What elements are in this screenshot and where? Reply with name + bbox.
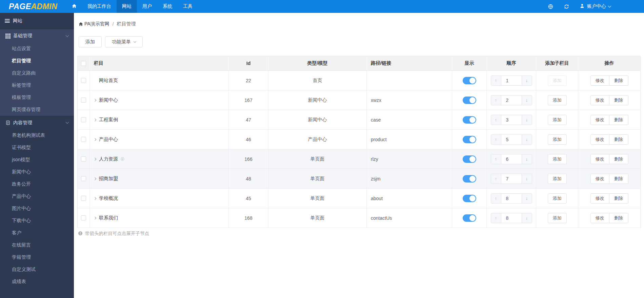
expand-arrow-icon[interactable] — [94, 158, 99, 160]
select-all-checkbox[interactable] — [81, 61, 86, 66]
order-down-button[interactable]: ↓ — [522, 213, 532, 223]
sidebar-item[interactable]: 自定义路由 — [0, 67, 74, 79]
order-input[interactable] — [501, 95, 522, 105]
sidebar-title[interactable]: 网站 — [0, 13, 74, 29]
order-down-button[interactable]: ↓ — [522, 115, 532, 125]
order-up-button[interactable]: ↑ — [491, 154, 501, 164]
sidebar-item[interactable]: 模板管理 — [0, 91, 74, 104]
sidebar-item[interactable]: 新闻中心 — [0, 166, 74, 178]
add-button[interactable]: 添加 — [79, 36, 102, 47]
order-input[interactable] — [501, 213, 522, 223]
order-input[interactable] — [501, 154, 522, 164]
sidebar-item[interactable]: 学籍管理 — [0, 251, 74, 263]
visibility-toggle[interactable] — [463, 136, 476, 143]
edit-button[interactable]: 修改 — [590, 76, 609, 86]
order-input[interactable] — [501, 174, 522, 184]
column-name-cell[interactable]: 人力资源 — [90, 149, 229, 169]
order-down-button[interactable]: ↓ — [522, 154, 532, 164]
edit-button[interactable]: 修改 — [590, 134, 609, 145]
app-logo[interactable]: PAGEADMIN — [0, 0, 66, 13]
nav-item[interactable]: 用户 — [137, 0, 157, 13]
sidebar-section-header[interactable]: 内容管理 — [0, 116, 74, 129]
order-input[interactable] — [501, 194, 522, 203]
globe-icon[interactable] — [548, 4, 554, 9]
sidebar-item[interactable]: 产品中心 — [0, 190, 74, 203]
add-child-button[interactable]: 添加 — [548, 115, 567, 125]
order-up-button[interactable]: ↑ — [491, 76, 501, 85]
nav-item[interactable]: 系统 — [157, 0, 178, 13]
expand-arrow-icon[interactable] — [94, 178, 99, 180]
visibility-toggle[interactable] — [463, 195, 476, 202]
row-checkbox[interactable] — [81, 156, 86, 162]
sidebar-section-header[interactable]: 基础管理 — [0, 29, 74, 43]
row-checkbox[interactable] — [81, 196, 86, 201]
order-up-button[interactable]: ↑ — [491, 213, 501, 223]
order-up-button[interactable]: ↑ — [491, 95, 501, 105]
visibility-toggle[interactable] — [463, 214, 476, 222]
order-down-button[interactable]: ↓ — [522, 194, 532, 203]
account-menu[interactable]: 账户中心 — [580, 3, 611, 9]
delete-button[interactable]: 删除 — [609, 95, 628, 105]
sidebar-item[interactable]: 在线留言 — [0, 239, 74, 251]
refresh-icon[interactable] — [564, 4, 569, 9]
order-input[interactable] — [501, 115, 522, 125]
row-checkbox[interactable] — [81, 78, 86, 83]
add-child-button[interactable]: 添加 — [548, 76, 567, 86]
order-down-button[interactable]: ↓ — [522, 135, 532, 144]
visibility-toggle[interactable] — [463, 116, 476, 124]
order-down-button[interactable]: ↓ — [522, 76, 532, 85]
row-checkbox[interactable] — [81, 137, 86, 142]
order-down-button[interactable]: ↓ — [522, 174, 532, 184]
nav-item[interactable]: 网站 — [117, 0, 137, 13]
home-tab[interactable] — [66, 0, 82, 13]
row-checkbox[interactable] — [81, 215, 86, 220]
sidebar-item[interactable]: 图片中心 — [0, 203, 74, 215]
delete-button[interactable]: 删除 — [609, 193, 628, 204]
function-menu-button[interactable]: 功能菜单 — [105, 36, 143, 47]
edit-button[interactable]: 修改 — [590, 115, 609, 125]
order-up-button[interactable]: ↑ — [491, 115, 501, 125]
nav-item[interactable]: 我的工作台 — [82, 0, 117, 13]
sidebar-item[interactable]: 标签管理 — [0, 79, 74, 91]
edit-button[interactable]: 修改 — [590, 174, 609, 184]
order-up-button[interactable]: ↑ — [491, 194, 501, 203]
sidebar-item[interactable]: 自定义测试 — [0, 263, 74, 276]
order-up-button[interactable]: ↑ — [491, 135, 501, 144]
add-child-button[interactable]: 添加 — [548, 193, 567, 204]
sidebar-item[interactable]: 证书模型 — [0, 142, 74, 154]
row-checkbox[interactable] — [81, 117, 86, 122]
order-down-button[interactable]: ↓ — [522, 95, 532, 105]
column-name-cell[interactable]: 新闻中心 — [90, 90, 229, 110]
sidebar-item[interactable]: 下载中心 — [0, 215, 74, 227]
sidebar-item[interactable]: 养老机构测试表 — [0, 129, 74, 142]
visibility-toggle[interactable] — [463, 175, 476, 183]
edit-button[interactable]: 修改 — [590, 95, 609, 105]
delete-button[interactable]: 删除 — [609, 134, 628, 145]
column-name-cell[interactable]: 网站首页 — [90, 71, 229, 90]
delete-button[interactable]: 删除 — [609, 115, 628, 125]
column-name-cell[interactable]: 招商加盟 — [90, 169, 229, 188]
sidebar-item[interactable]: 站点设置 — [0, 43, 74, 55]
sidebar-item[interactable]: 客户 — [0, 227, 74, 239]
delete-button[interactable]: 删除 — [609, 76, 628, 86]
add-child-button[interactable]: 添加 — [548, 154, 567, 164]
sidebar-item[interactable]: 成绩表 — [0, 276, 74, 288]
column-name-cell[interactable]: 学校概况 — [90, 189, 229, 208]
add-child-button[interactable]: 添加 — [548, 134, 567, 145]
order-input[interactable] — [501, 76, 522, 85]
add-child-button[interactable]: 添加 — [548, 174, 567, 184]
breadcrumb-site[interactable]: PA演示官网 — [84, 21, 109, 27]
sidebar-item[interactable]: json模型 — [0, 154, 74, 166]
expand-arrow-icon[interactable] — [94, 217, 99, 219]
edit-button[interactable]: 修改 — [590, 154, 609, 164]
sidebar-item[interactable]: 网页缓存管理 — [0, 104, 74, 116]
row-checkbox[interactable] — [81, 176, 86, 181]
delete-button[interactable]: 删除 — [609, 154, 628, 164]
visibility-toggle[interactable] — [463, 97, 476, 104]
add-child-button[interactable]: 添加 — [548, 95, 567, 105]
sidebar-item[interactable]: 政务公开 — [0, 178, 74, 190]
delete-button[interactable]: 删除 — [609, 213, 628, 223]
expand-arrow-icon[interactable] — [94, 139, 99, 141]
column-name-cell[interactable]: 产品中心 — [90, 130, 229, 149]
sidebar-item[interactable]: 栏目管理 — [0, 55, 74, 67]
